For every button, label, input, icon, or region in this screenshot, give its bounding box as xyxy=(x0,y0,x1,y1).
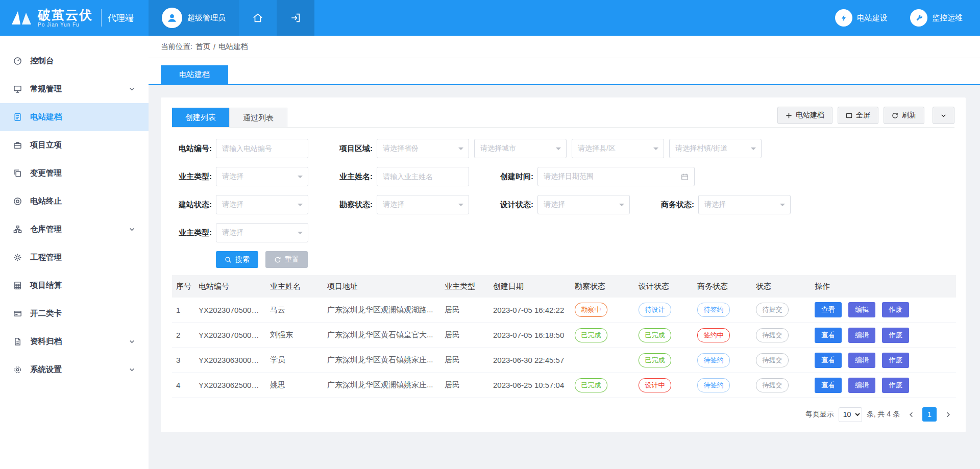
chevron-down-icon xyxy=(129,338,135,345)
sidebar-item-project-initiation[interactable]: 项目立项 xyxy=(0,131,149,159)
breadcrumb-separator: / xyxy=(213,43,215,51)
void-button[interactable]: 作废 xyxy=(882,302,909,317)
business-status-label: 商务状态: xyxy=(654,200,694,210)
edit-button[interactable]: 编辑 xyxy=(848,328,875,343)
sidebar-item-label: 工程管理 xyxy=(30,252,62,263)
sidebar-item-label: 控制台 xyxy=(30,56,54,66)
tab-passed-list[interactable]: 通过列表 xyxy=(229,108,287,127)
main-content: 当前位置: 首页 / 电站建档 电站建档 创建列表 通过列表 电站建档 xyxy=(149,36,980,469)
sidebar-item-label: 开二类卡 xyxy=(30,308,62,319)
owner-type-cell: 居民 xyxy=(440,348,489,373)
nav-monitor-ops[interactable]: 监控运维 xyxy=(899,0,980,36)
edit-button[interactable]: 编辑 xyxy=(848,353,875,368)
void-button[interactable]: 作废 xyxy=(882,353,909,368)
edit-button[interactable]: 编辑 xyxy=(848,302,875,317)
created-cell: 2023-06-25 10:57:04 xyxy=(489,373,571,398)
per-page-select[interactable]: 10 xyxy=(839,407,862,422)
survey-status-select[interactable]: 请选择 xyxy=(377,195,469,214)
user-menu[interactable]: 超级管理员 xyxy=(149,0,239,36)
build-status-select[interactable]: 请选择 xyxy=(216,195,308,214)
page-tab-bar: 电站建档 xyxy=(149,58,980,85)
calculator-icon xyxy=(13,281,23,290)
col-header: 项目地址 xyxy=(323,275,440,298)
home-button[interactable] xyxy=(239,0,277,36)
page-tab-station-filing[interactable]: 电站建档 xyxy=(161,65,228,84)
col-header: 业主姓名 xyxy=(266,275,323,298)
col-header: 业主类型 xyxy=(440,275,489,298)
col-header: 创建日期 xyxy=(489,275,571,298)
quick-link-label: 监控运维 xyxy=(932,13,963,23)
sidebar-item-station-termination[interactable]: 电站终止 xyxy=(0,187,149,215)
table-header-row: 序号 电站编号 业主姓名 项目地址 业主类型 创建日期 勘察状态 设计状态 商务… xyxy=(172,275,956,298)
design-status-label: 设计状态: xyxy=(494,200,533,210)
town-select[interactable]: 请选择村镇/街道 xyxy=(669,139,762,158)
sidebar-item-general-management[interactable]: 常规管理 xyxy=(0,75,149,103)
created-cell: 2023-06-30 22:45:57 xyxy=(489,348,571,373)
sidebar-item-settlement[interactable]: 项目结算 xyxy=(0,271,149,300)
view-button[interactable]: 查看 xyxy=(815,353,842,368)
station-no-input[interactable] xyxy=(216,139,308,158)
sidebar-item-console[interactable]: 控制台 xyxy=(0,47,149,75)
sidebar-item-warehouse[interactable]: 仓库管理 xyxy=(0,215,149,243)
nav-station-build[interactable]: 电站建设 xyxy=(824,0,899,36)
edit-button[interactable]: 编辑 xyxy=(848,378,875,393)
refresh-button[interactable]: 刷新 xyxy=(884,107,924,124)
business-status-select[interactable]: 请选择 xyxy=(698,195,791,214)
prev-page-button[interactable] xyxy=(904,407,918,422)
collapse-filters-button[interactable] xyxy=(933,107,954,124)
station-no-cell: YX2023063000009 xyxy=(194,348,266,373)
sidebar-item-settings[interactable]: 系统设置 xyxy=(0,356,149,384)
void-button[interactable]: 作废 xyxy=(882,378,909,393)
view-button[interactable]: 查看 xyxy=(815,302,842,317)
sidebar-item-type2-card[interactable]: 开二类卡 xyxy=(0,300,149,328)
owner-type-select[interactable]: 请选择 xyxy=(216,167,308,186)
design-status-badge: 设计中 xyxy=(639,378,671,392)
filter-form: 电站编号: 项目区域: 请选择省份 请选择城市 请选择县/区 请选择村镇/街道 … xyxy=(172,139,954,268)
refresh-icon xyxy=(892,112,898,119)
add-station-button[interactable]: 电站建档 xyxy=(777,107,832,124)
table-row: 4 YX2023062500004 姚思 广东深圳龙华区观澜镇姚家庄... 居民… xyxy=(172,373,956,398)
sidebar-item-archives[interactable]: 资料归档 xyxy=(0,328,149,356)
sidebar-item-label: 项目结算 xyxy=(30,280,62,291)
col-header: 商务状态 xyxy=(693,275,752,298)
tab-create-list[interactable]: 创建列表 xyxy=(172,108,229,127)
logout-button[interactable] xyxy=(277,0,314,36)
sidebar-item-station-filing[interactable]: 电站建档 xyxy=(0,103,149,131)
page-number-button[interactable]: 1 xyxy=(922,407,937,422)
owner-cell: 学员 xyxy=(266,348,323,373)
sidebar-item-engineering[interactable]: 工程管理 xyxy=(0,243,149,271)
dashboard-icon xyxy=(13,57,23,65)
card-icon xyxy=(13,309,23,318)
copy-icon xyxy=(13,169,23,178)
design-status-badge: 待设计 xyxy=(639,303,671,317)
brand-logo-icon xyxy=(10,10,33,26)
city-select[interactable]: 请选择城市 xyxy=(474,139,567,158)
sidebar-item-change-management[interactable]: 变更管理 xyxy=(0,159,149,187)
owner-type-2-select[interactable]: 请选择 xyxy=(216,223,308,242)
col-header: 勘察状态 xyxy=(571,275,634,298)
view-button[interactable]: 查看 xyxy=(815,378,842,393)
reset-button[interactable]: 重置 xyxy=(265,251,308,268)
create-time-range-input[interactable]: 请选择日期范围 xyxy=(537,167,695,186)
survey-status-label: 勘察状态: xyxy=(333,200,373,210)
breadcrumb-home-link[interactable]: 首页 xyxy=(195,42,210,52)
next-page-button[interactable] xyxy=(941,407,954,422)
table-row: 1 YX2023070500011 马云 广东深圳龙华区观澜镇观湖路... 居民… xyxy=(172,298,956,323)
create-time-label: 创建时间: xyxy=(494,172,533,182)
district-select[interactable]: 请选择县/区 xyxy=(572,139,664,158)
owner-name-input[interactable] xyxy=(377,167,469,186)
wrench-icon xyxy=(910,9,927,27)
design-status-select[interactable]: 请选择 xyxy=(537,195,630,214)
view-button[interactable]: 查看 xyxy=(815,328,842,343)
void-button[interactable]: 作废 xyxy=(882,328,909,343)
col-header: 状态 xyxy=(752,275,811,298)
document-icon xyxy=(13,113,23,121)
station-filing-panel: 创建列表 通过列表 电站建档 全屏 刷新 xyxy=(161,97,966,432)
plus-icon xyxy=(786,112,792,119)
chevron-down-icon xyxy=(940,112,947,119)
col-header: 序号 xyxy=(172,275,194,298)
warehouse-icon xyxy=(13,225,23,234)
fullscreen-button[interactable]: 全屏 xyxy=(838,107,878,124)
province-select[interactable]: 请选择省份 xyxy=(377,139,469,158)
search-button[interactable]: 搜索 xyxy=(216,251,258,268)
